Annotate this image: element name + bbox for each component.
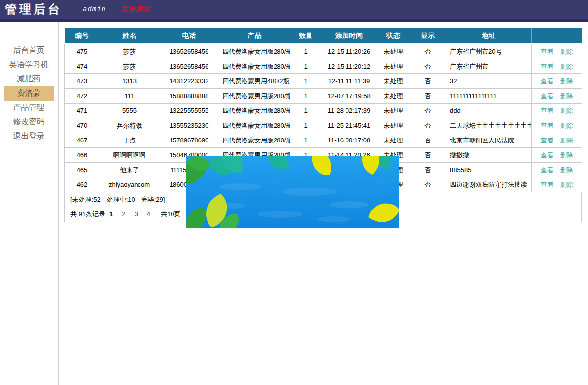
sidebar-item[interactable]: 后台首页 (4, 43, 54, 58)
delete-link[interactable]: 删除 (560, 181, 573, 188)
cell-product: 四代费洛蒙女用版280/瓶 (219, 59, 290, 74)
cell-show: 否 (410, 44, 446, 59)
cell-time: 12-15 11:20:26 (321, 44, 377, 59)
cell-phone: 13652658456 (159, 44, 219, 59)
delete-link[interactable]: 删除 (560, 63, 573, 70)
cell-actions: 查看删除 (532, 104, 582, 118)
cell-show: 否 (410, 133, 446, 148)
cell-phone: 15888888888 (159, 89, 219, 104)
cell-qty: 1 (290, 118, 321, 133)
cell-time: 12-07 17:19:58 (321, 89, 377, 104)
column-header: 状态 (377, 29, 410, 44)
delete-link[interactable]: 删除 (560, 92, 573, 100)
view-link[interactable]: 查看 (541, 48, 553, 55)
cell-id: 475 (65, 44, 100, 59)
cell-name: 1313 (100, 74, 159, 89)
table-row: 471555513225555555四代费洛蒙女用版280/瓶111-28 02… (65, 104, 582, 118)
cell-product: 四代费洛蒙女用版280/瓶 (219, 44, 290, 59)
delete-link[interactable]: 删除 (560, 137, 573, 144)
cell-show: 否 (410, 74, 446, 89)
cell-qty: 1 (290, 74, 321, 89)
cell-address: 四边谢谢双底防守打法搜读 (446, 177, 532, 192)
cell-actions: 查看删除 (532, 74, 582, 89)
cell-actions: 查看删除 (532, 177, 582, 192)
cell-actions: 查看删除 (532, 59, 582, 74)
delete-link[interactable]: 删除 (560, 166, 573, 174)
cell-address: 二天球坛土土土土土土土土土f (446, 118, 532, 133)
page: { "topbar": { "title": "管理后台", "username… (0, 0, 588, 385)
column-header: 添加时间 (321, 29, 377, 44)
cell-phone: 15789678690 (159, 133, 219, 148)
sidebar-item[interactable]: 修改密码 (4, 115, 54, 129)
cell-id: 472 (65, 89, 100, 104)
column-header: 显示 (410, 29, 446, 44)
view-link[interactable]: 查看 (541, 77, 553, 85)
cell-actions: 查看删除 (532, 148, 582, 163)
view-link[interactable]: 查看 (541, 107, 553, 114)
cell-show: 否 (410, 177, 446, 192)
sidebar-item[interactable]: 退出登录 (4, 129, 54, 143)
cell-id: 474 (65, 59, 100, 74)
view-link[interactable]: 查看 (541, 92, 553, 100)
delete-link[interactable]: 删除 (560, 107, 573, 114)
cell-phone: 13652658456 (159, 59, 219, 74)
cell-name: 啊啊啊啊啊 (100, 148, 159, 163)
demo-link[interactable]: 后台演示 (121, 5, 150, 14)
table-row: 467丁点15789678690四代费洛蒙女用版280/瓶111-16 00:1… (65, 133, 582, 148)
view-link[interactable]: 查看 (541, 166, 553, 174)
cell-phone: 14312223332 (159, 74, 219, 89)
cell-product: 四代费洛蒙女用版280/瓶 (219, 133, 290, 148)
cell-status: 未处理 (377, 74, 410, 89)
view-link[interactable]: 查看 (541, 122, 553, 129)
column-header: 编号 (65, 29, 100, 44)
cell-product: 四代费洛蒙女用版280/瓶 (219, 104, 290, 118)
cell-status: 未处理 (377, 118, 410, 133)
table-row: 473131314312223332四代费洛蒙男用480/2瓶112-11 11… (65, 74, 582, 89)
cell-id: 467 (65, 133, 100, 148)
cell-phone: 13555235230 (159, 118, 219, 133)
delete-link[interactable]: 删除 (560, 77, 573, 85)
cell-actions: 查看删除 (532, 133, 582, 148)
cell-status: 未处理 (377, 59, 410, 74)
cell-name: 他来了 (100, 163, 159, 177)
column-header (532, 29, 582, 44)
sidebar-item[interactable]: 费洛蒙 (4, 86, 54, 101)
table-row: 47211115888888888四代费洛蒙男用版280/瓶112-07 17:… (65, 89, 582, 104)
cell-status: 未处理 (377, 89, 410, 104)
column-header: 姓名 (100, 29, 159, 44)
sidebar-item[interactable]: 英语学习机 (4, 58, 54, 72)
delete-link[interactable]: 删除 (560, 151, 573, 159)
delete-link[interactable]: 删除 (560, 122, 573, 129)
table-row: 474莎莎13652658456四代费洛蒙女用版280/瓶112-15 11:2… (65, 59, 582, 74)
view-link[interactable]: 查看 (541, 151, 553, 159)
username-label: admin (83, 5, 106, 13)
cell-status: 未处理 (377, 133, 410, 148)
sidebar-item[interactable]: 产品管理 (4, 101, 54, 115)
view-link[interactable]: 查看 (541, 137, 553, 144)
page-link[interactable]: 2 (122, 210, 125, 218)
cell-qty: 1 (290, 44, 321, 59)
cell-time: 11-28 02:17:39 (321, 104, 377, 118)
cell-address: 111111111111111 (446, 89, 532, 104)
cell-show: 否 (410, 118, 446, 133)
cell-name: 5555 (100, 104, 159, 118)
cell-show: 否 (410, 59, 446, 74)
flash-ad-banner (186, 156, 399, 228)
page-link[interactable]: 4 (147, 210, 150, 218)
records-count-label: 共 91条记录 (70, 210, 105, 218)
cell-name: zhiyaoyancom (100, 177, 159, 192)
view-link[interactable]: 查看 (541, 63, 553, 70)
table-row: 475莎莎13652658456四代费洛蒙女用版280/瓶112-15 11:2… (65, 44, 582, 59)
page-link[interactable]: 3 (135, 210, 138, 218)
cell-name: 111 (100, 89, 159, 104)
cell-actions: 查看删除 (532, 118, 582, 133)
cell-address: ddd (446, 104, 532, 118)
view-link[interactable]: 查看 (541, 181, 553, 188)
cell-actions: 查看删除 (532, 44, 582, 59)
cell-time: 12-15 11:20:12 (321, 59, 377, 74)
cell-product: 四代费洛蒙男用版280/瓶 (219, 89, 290, 104)
delete-link[interactable]: 删除 (560, 48, 573, 55)
cell-qty: 1 (290, 104, 321, 118)
column-header: 产品 (219, 29, 290, 44)
sidebar-item[interactable]: 减肥药 (4, 72, 54, 86)
